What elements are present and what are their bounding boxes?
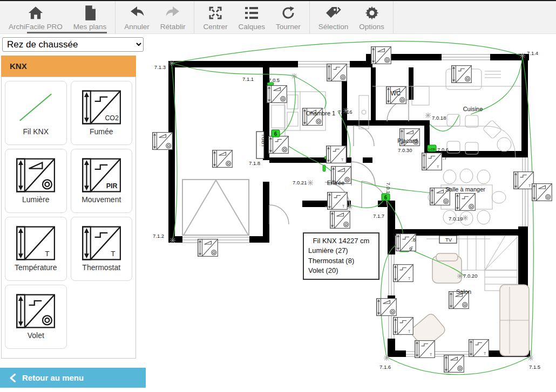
- gear-icon: [364, 4, 379, 22]
- back-to-menu-button[interactable]: Retour au menu: [0, 368, 146, 388]
- knx-tiles-panel: Fil KNX Fumée Lumière Mouvement Températ…: [1, 77, 136, 359]
- point-label: 9: [409, 246, 412, 252]
- shutter-icon: [16, 294, 55, 328]
- tile-fil-knx-label: Fil KNX: [23, 127, 49, 136]
- rotate-icon: [281, 4, 296, 22]
- knx-device-lumiere[interactable]: [153, 133, 173, 150]
- centrer-button[interactable]: Centrer: [198, 1, 233, 33]
- green-badge-text: 6: [274, 131, 277, 137]
- corner-mark: [520, 53, 525, 58]
- retablir-button[interactable]: Rétablir: [155, 1, 191, 33]
- knx-device-lumiere[interactable]: [330, 211, 350, 229]
- tile-temperature[interactable]: Température: [5, 217, 67, 281]
- knx-device-thermostat[interactable]: [514, 172, 534, 189]
- selection-button[interactable]: Sélection: [313, 1, 354, 33]
- windows: [182, 53, 529, 357]
- mes-plans-button[interactable]: Mes plans: [68, 1, 112, 33]
- corner-mark: [170, 238, 175, 243]
- knx-device-lumiere[interactable]: [532, 184, 552, 201]
- annuler-button[interactable]: Annuler: [119, 1, 155, 33]
- room-label: Entrée: [327, 180, 344, 186]
- tile-fil-knx[interactable]: Fil KNX: [5, 81, 67, 145]
- knx-device-thermostat[interactable]: [422, 153, 442, 170]
- annuler-label: Annuler: [124, 23, 150, 31]
- knx-device-thermostat[interactable]: [469, 340, 489, 357]
- measurement-tooltip: Fil KNX 14227 cmLumière (27)Thermostat (…: [303, 232, 379, 280]
- tooltip-line: Lumière (27): [308, 246, 374, 256]
- knx-panel-title: KNX: [10, 61, 27, 71]
- tourner-button[interactable]: Tourner: [270, 1, 306, 33]
- temperature-sensor-icon: [16, 226, 55, 260]
- knx-device-thermostat[interactable]: [415, 341, 435, 358]
- knx-wire-icon: [16, 90, 55, 125]
- back-to-menu-label: Retour au menu: [22, 373, 84, 382]
- point-label: 7.0.21: [293, 180, 307, 185]
- point-label: 7.1.3: [154, 64, 166, 70]
- knx-device-lumiere[interactable]: [371, 47, 391, 64]
- archifacile-pro-button[interactable]: ArchiFacile PRO: [3, 1, 68, 33]
- knx-device-lumiere[interactable]: [198, 239, 218, 257]
- walls: [168, 54, 530, 357]
- tile-temperature-label: Température: [15, 263, 57, 272]
- tile-volet[interactable]: Volet: [5, 285, 67, 349]
- knx-device-volet[interactable]: [327, 64, 347, 81]
- knx-device-thermostat[interactable]: [394, 318, 413, 335]
- floor-selector[interactable]: Rez de chaussée: [2, 37, 144, 52]
- knx-device-lumiere[interactable]: [267, 86, 287, 103]
- point-markers: [169, 53, 533, 361]
- knx-device-lumiere[interactable]: [377, 299, 397, 316]
- knx-device-volet[interactable]: [456, 194, 476, 211]
- calques-label: Calques: [238, 23, 265, 31]
- tag-icon: [324, 4, 342, 22]
- room-label: Cuisine: [463, 106, 483, 112]
- options-button[interactable]: Options: [354, 1, 390, 33]
- corner-mark: [425, 113, 431, 118]
- point-label: TV: [445, 237, 452, 243]
- motion-pir-sensor-icon: [82, 158, 121, 192]
- knx-device-lumiere[interactable]: [213, 150, 233, 168]
- toolbar-group-view: Centrer Calques Tourner: [194, 1, 309, 33]
- knx-device-thermostat[interactable]: [328, 192, 348, 210]
- point-label: 7.1.7: [373, 213, 384, 219]
- point-label: 7.0.6: [437, 147, 449, 153]
- tile-fumee[interactable]: Fumée: [71, 81, 133, 145]
- undo-icon: [128, 4, 146, 22]
- knx-device-lumiere[interactable]: [444, 355, 464, 373]
- tile-mouvement-label: Mouvement: [82, 195, 121, 204]
- window-top-edge: [0, 0, 556, 1]
- tourner-label: Tourner: [276, 23, 301, 31]
- room-label: WC: [391, 90, 401, 97]
- knx-device-thermostat[interactable]: [327, 146, 347, 163]
- point-label: 7.1.1: [242, 76, 254, 82]
- tile-mouvement[interactable]: Mouvement: [71, 149, 133, 213]
- corner-mark: [457, 273, 463, 279]
- tile-volet-label: Volet: [28, 331, 44, 340]
- selection-label: Sélection: [318, 23, 349, 31]
- toolbar-active-underline: [27, 32, 107, 33]
- knx-device-volet[interactable]: [269, 136, 289, 154]
- knx-wires: [172, 41, 533, 374]
- tile-thermostat-label: Thermostat: [82, 263, 120, 272]
- point-label: 7.0.19: [449, 216, 463, 222]
- point-label: 7.1.2: [153, 233, 164, 239]
- room-label: Salle à manger: [445, 186, 485, 192]
- corner-mark: [384, 355, 389, 361]
- chevron-left-icon: [10, 374, 16, 382]
- tooltip-line: Volet (20): [308, 266, 374, 276]
- corner-mark: [169, 60, 174, 66]
- green-badge-text: LCD: [429, 148, 436, 151]
- tile-lumiere[interactable]: Lumière: [5, 149, 67, 213]
- floor-plan-canvas[interactable]: 7.1.37.1.17.0.57.1.47.0.167.0.187.0.307.…: [146, 33, 556, 392]
- point-label: TGBT: [261, 134, 267, 148]
- thermostat-icon: [82, 226, 121, 260]
- knx-device-thermostat[interactable]: [394, 265, 413, 282]
- archifacile-pro-label: ArchiFacile PRO: [9, 23, 63, 31]
- corner-mark: [463, 215, 468, 221]
- tooltip-line: Thermostat (8): [308, 256, 374, 266]
- tile-thermostat[interactable]: Thermostat: [71, 217, 133, 281]
- knx-device-volet[interactable]: [452, 66, 472, 83]
- point-label: 7.1.4: [527, 50, 538, 56]
- home-icon: [28, 4, 44, 22]
- calques-button[interactable]: Calques: [233, 1, 270, 33]
- toolbar-group-options: Sélection Options: [310, 1, 394, 33]
